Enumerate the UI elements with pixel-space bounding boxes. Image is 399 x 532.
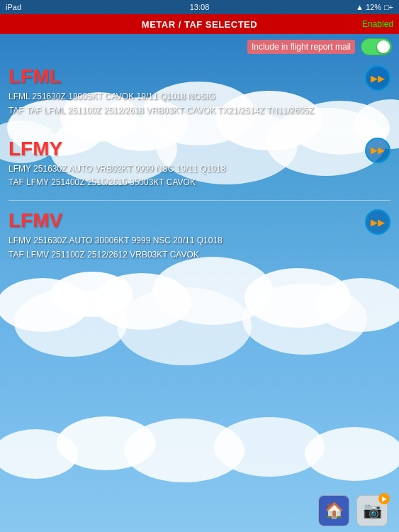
station-lfml: LFML LFML 251630Z 18005KT CAVOK 19/11 Q1… xyxy=(0,60,399,126)
taf-line-lfmy: TAF LFMY 251400Z 2515/2615 35003KT CAVOK xyxy=(9,177,390,189)
signal-label: ▲ 12% xyxy=(356,3,381,11)
divider-1 xyxy=(9,128,390,129)
details-arrow-lfml[interactable] xyxy=(365,65,390,91)
include-mail-toggle[interactable] xyxy=(361,38,392,55)
details-arrow-lfmv[interactable] xyxy=(365,209,390,235)
status-bar-left: iPad xyxy=(6,3,21,11)
station-section-lfmv: LFMV LFMV 251630Z AUTO 30006KT 9999 NSC … xyxy=(0,204,399,270)
camera-badge: ▶ xyxy=(378,493,390,504)
home-icon: 🏠 xyxy=(325,501,344,520)
app-name-label: iPad xyxy=(6,3,21,11)
station-section-lfmy: LFMY LFMY 251630Z AUTO VRB02KT 9999 NSC … xyxy=(0,132,399,198)
content-area: LFML LFML 251630Z 18005KT CAVOK 19/11 Q1… xyxy=(0,60,399,515)
divider-2 xyxy=(9,200,390,201)
station-code-lfmy: LFMY xyxy=(9,138,390,160)
camera-icon: 📷 xyxy=(363,501,382,520)
details-arrow-lfmy[interactable] xyxy=(365,138,390,163)
status-bar-right: ▲ 12% □+ xyxy=(356,3,393,11)
camera-button[interactable]: 📷 ▶ xyxy=(356,495,388,526)
home-button[interactable]: 🏠 xyxy=(318,495,349,526)
camera-badge-icon: ▶ xyxy=(382,495,387,502)
title-bar-title: METAR / TAF SELECTED xyxy=(142,19,257,30)
status-bar-time: 13:08 xyxy=(190,3,210,11)
controls-bar: Include in flight report mail xyxy=(0,34,399,60)
taf-line-lfml: TAF TAF LFML 251100Z 2512/2618 VRB03KT C… xyxy=(9,105,390,117)
station-code-lfml: LFML xyxy=(9,65,390,88)
station-lfmv: LFMV LFMV 251630Z AUTO 30006KT 9999 NSC … xyxy=(0,204,399,270)
station-section-lfml: LFML LFML 251630Z 18005KT CAVOK 19/11 Q1… xyxy=(0,60,399,126)
status-bar: iPad 13:08 ▲ 12% □+ xyxy=(0,0,399,14)
bottom-toolbar: 🏠 📷 ▶ xyxy=(0,489,399,532)
title-bar: METAR / TAF SELECTED Enabled xyxy=(0,14,399,34)
station-lfmy: LFMY LFMY 251630Z AUTO VRB02KT 9999 NSC … xyxy=(0,132,399,198)
toggle-knob xyxy=(377,40,390,53)
include-mail-label: Include in flight report mail xyxy=(247,40,355,54)
metar-line-lfml: LFML 251630Z 18005KT CAVOK 19/11 Q1018 N… xyxy=(9,91,390,103)
metar-line-lfmv: LFMV 251630Z AUTO 30006KT 9999 NSC 20/11… xyxy=(9,235,390,247)
battery-label: □+ xyxy=(384,3,393,11)
enabled-label: Enabled xyxy=(362,19,393,29)
taf-line-lfmv: TAF LFMV 251100Z 2512/2612 VRB03KT CAVOK xyxy=(9,249,390,261)
metar-line-lfmy: LFMY 251630Z AUTO VRB02KT 9999 NSC 19/11… xyxy=(9,163,390,175)
station-code-lfmv: LFMV xyxy=(9,209,390,232)
